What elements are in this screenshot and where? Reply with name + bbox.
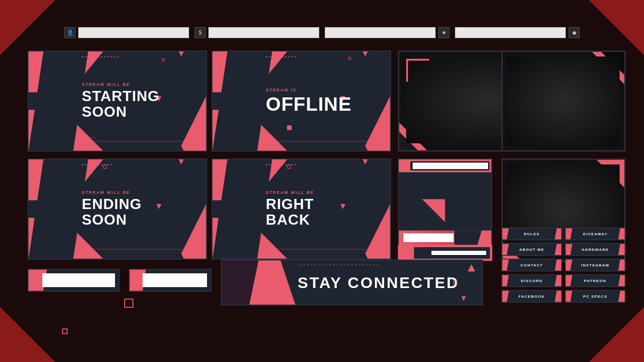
panel-dots xyxy=(266,56,296,57)
panel-right-back: STREAM WILL BE RIGHTBACK xyxy=(212,158,391,260)
square-indicator-2 xyxy=(348,57,351,60)
top-bar-item-4: ◆ xyxy=(455,27,580,38)
panel-ending-soon-text: STREAM WILL BE ENDINGSOON xyxy=(82,190,142,227)
small-square-indicator xyxy=(124,299,133,308)
corner-decoration-tr xyxy=(589,0,644,55)
top-bar-field-2[interactable] xyxy=(208,27,319,38)
panel-offline-subtitle: STREAM IS xyxy=(266,88,352,92)
discord-label: DISCORD xyxy=(521,279,542,283)
corner-decoration-tl xyxy=(0,0,55,55)
corner-marker-tl xyxy=(406,59,429,82)
patreon-label: PATREON xyxy=(584,279,606,283)
panel-right-decoration xyxy=(340,159,390,259)
name-bar-white-1 xyxy=(42,273,115,287)
banner-sq xyxy=(453,281,457,284)
panel-offline: STREAM IS OFFLINE xyxy=(212,51,391,152)
btn-right-accent xyxy=(555,228,561,239)
top-bar-field-4[interactable] xyxy=(455,27,566,38)
camera-bar-dark xyxy=(410,161,489,170)
sob-inner xyxy=(414,247,490,259)
btn-left-accent xyxy=(566,260,572,271)
btn-right-accent xyxy=(618,228,625,239)
panel-bottom-line xyxy=(82,249,189,249)
btn-right-accent xyxy=(555,275,561,286)
about-me-label: ABOUT ME xyxy=(519,248,545,252)
panel-right-back-text: STREAM WILL BE RIGHTBACK xyxy=(266,190,314,227)
name-bar-2 xyxy=(129,269,212,292)
top-square xyxy=(103,165,107,169)
rules-button[interactable]: RULES xyxy=(501,227,562,240)
btn-left-accent xyxy=(502,275,509,286)
small-square-indicator-2 xyxy=(62,328,68,334)
top-bar-field-1[interactable] xyxy=(78,27,189,38)
btn-right-accent xyxy=(555,244,561,255)
panel-bottom-line xyxy=(266,249,373,249)
square-indicator xyxy=(196,248,199,252)
button-row-5: FACEBOOK PC SPECS xyxy=(501,290,626,303)
btn-left-accent xyxy=(566,228,572,239)
diamond-icon: ◆ xyxy=(569,27,580,38)
panel-ending-soon: STREAM WILL BE ENDINGSOON xyxy=(28,158,207,260)
banner-right-tri-top xyxy=(468,264,475,272)
star-icon: ★ xyxy=(438,27,449,38)
btn-left-accent xyxy=(502,228,509,239)
square-indicator xyxy=(380,140,383,144)
button-row-4: DISCORD PATREON xyxy=(501,274,626,287)
pc-specs-label: PC SPECS xyxy=(583,294,607,299)
banner-right-tri-bot xyxy=(461,296,466,301)
btn-right-accent xyxy=(618,244,625,255)
hardware-button[interactable]: HARDWARE xyxy=(565,243,626,256)
btn-left-accent xyxy=(502,244,509,255)
panel-dots xyxy=(266,164,296,165)
red-accent-square xyxy=(287,125,292,130)
contact-button[interactable]: CONTACT xyxy=(501,259,562,272)
user-icon: 👤 xyxy=(64,27,75,38)
rules-label: RULES xyxy=(524,232,540,236)
button-row-3: CONTACT INSTAGRAM xyxy=(501,259,626,272)
second-overlay-bar xyxy=(398,245,492,261)
square-indicator xyxy=(380,248,383,252)
top-bar-item-3: ★ xyxy=(325,27,449,38)
panel-starting-soon: STREAM WILL BE STARTINGSOON xyxy=(28,51,207,152)
btn-left-accent xyxy=(502,260,509,271)
panel-right-decoration xyxy=(156,159,206,259)
panel-right-back-subtitle: STREAM WILL BE xyxy=(266,190,314,195)
panel-bottom-line xyxy=(82,141,189,141)
overlay-bar-accent xyxy=(399,231,454,245)
patreon-button[interactable]: PATREON xyxy=(565,274,626,287)
overlay-bar xyxy=(398,230,492,246)
overlay-bar-white xyxy=(403,233,454,242)
top-bar-item-2: $ xyxy=(195,27,319,38)
btn-left-accent xyxy=(566,275,572,286)
top-bar-field-3[interactable] xyxy=(325,27,436,38)
about-me-button[interactable]: ABOUT ME xyxy=(501,243,562,256)
dollar-icon: $ xyxy=(195,27,206,38)
hardware-label: HARDWARE xyxy=(581,248,609,252)
top-bar: 👤 $ ★ ◆ xyxy=(64,25,580,40)
corner-decoration-br xyxy=(589,307,644,362)
name-bar-1 xyxy=(28,269,120,292)
instagram-button[interactable]: INSTAGRAM xyxy=(565,259,626,272)
camera-bar-white xyxy=(413,163,488,169)
panel-ending-soon-title: ENDINGSOON xyxy=(82,197,142,227)
banner-dots xyxy=(300,264,468,266)
discord-button[interactable]: DISCORD xyxy=(501,274,562,287)
panel-dots xyxy=(82,56,119,57)
btn-right-accent xyxy=(618,260,625,271)
facebook-label: FACEBOOK xyxy=(518,294,545,299)
panel-ending-soon-subtitle: STREAM WILL BE xyxy=(82,190,142,195)
button-row-1: RULES GIVEAWAY xyxy=(501,227,626,240)
giveaway-button[interactable]: GIVEAWAY xyxy=(565,227,626,240)
btn-left-accent xyxy=(566,244,572,255)
square-indicator xyxy=(196,140,199,144)
sob-white xyxy=(431,251,486,255)
pc-specs-button[interactable]: PC SPECS xyxy=(565,290,626,303)
btn-right-accent xyxy=(555,291,561,302)
facebook-button[interactable]: FACEBOOK xyxy=(501,290,562,303)
name-bar-white-2 xyxy=(143,273,207,287)
small-monitor-screen xyxy=(507,57,620,146)
panel-starting-soon-text: STREAM WILL BE STARTINGSOON xyxy=(82,82,160,119)
cam-tri-tr xyxy=(422,199,445,222)
panel-right-back-title: RIGHTBACK xyxy=(266,197,314,227)
panel-right-decoration xyxy=(156,51,206,151)
